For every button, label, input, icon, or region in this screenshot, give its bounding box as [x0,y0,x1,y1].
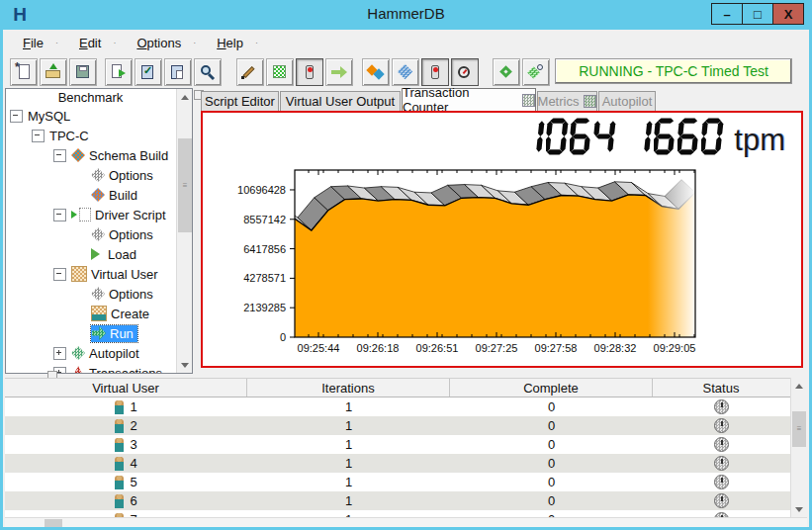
table-hscrollbar[interactable] [5,517,807,527]
complete-value: 0 [450,416,653,435]
maximize-button[interactable]: □ [742,4,772,24]
expand-plus-icon[interactable] [53,347,66,360]
hammerdb-window: H HammerDB – □ X File·Edit·Options·Help·… [0,0,812,530]
tree-item-options[interactable]: Options [6,224,175,244]
tree-item-autopilot[interactable]: Autopilot [6,343,175,363]
menu-item-edit[interactable]: Edit [73,34,107,52]
toolbar-clipboard-paste-button[interactable] [164,58,192,86]
menu-item-options[interactable]: Options [131,34,187,52]
toolbar-traffic-light-button[interactable] [421,58,449,86]
toolbar-diamond-clock-button[interactable] [522,58,550,86]
tree-scroll-up-icon[interactable] [177,89,193,105]
toolbar-new-file-button[interactable] [10,58,38,86]
toolbar-blue-diamond-button[interactable] [392,58,419,86]
autopilot-icon [71,346,85,360]
tree-item-tpc-c[interactable]: TPC-C [6,126,175,145]
toolbar-save-button[interactable] [69,58,97,86]
svg-text:0: 0 [280,331,286,343]
table-scroll-down-icon[interactable] [791,501,807,517]
table-row[interactable]: 4 1 0 [5,454,790,473]
virtual-user-id: 2 [130,418,136,433]
toolbar-grid-button[interactable] [266,58,294,86]
tab-label: Script Editor [205,94,275,109]
tree-item-load[interactable]: Load [6,244,175,264]
transactions-icon [71,366,85,373]
traffic-light-icon [301,63,318,81]
tree-item-driver-script[interactable]: Driver Script [6,205,175,224]
colored-arrows-icon [367,63,385,81]
status-running-icon [714,437,729,452]
iterations-value: 1 [247,398,450,416]
column-header-virtual-user: Virtual User [5,379,247,397]
tree-item-build[interactable]: Build [6,185,175,205]
tree-item-options[interactable]: Options [6,165,175,185]
toolbar-clipboard-check-button[interactable] [135,58,162,86]
table-row[interactable]: 2 1 0 [5,416,790,435]
virtual-user-icon [115,494,124,508]
options-icon [91,168,105,182]
collapse-minus-icon[interactable] [32,130,45,142]
table-scrollbar[interactable]: ≡ [790,378,808,517]
tree-item-label: Create [111,307,149,321]
tab-script-editor[interactable]: Script Editor [201,91,279,111]
title-bar[interactable]: H HammerDB – □ X [0,0,812,30]
collapse-minus-icon[interactable] [53,149,66,162]
tree-scroll-down-icon[interactable] [177,357,193,373]
counter-tab-icon [522,94,535,107]
status-running-icon [714,493,729,508]
tab-virtual-user-output[interactable]: Virtual User Output [280,91,401,111]
options-icon [91,287,105,301]
minimize-button[interactable]: – [712,4,742,24]
tree-item-label: Options [109,168,153,183]
table-row[interactable]: 6 1 0 [5,491,790,510]
tab-autopilot[interactable]: Autopilot [598,91,656,111]
table-scrollbar-thumb[interactable]: ≡ [792,411,806,447]
tree-item-transactions[interactable]: Transactions [6,363,175,373]
toolbar-script-arrow-button[interactable] [105,58,133,86]
table-hscrollbar-thumb[interactable] [45,519,62,527]
virtual-user-table: Virtual User Iterations Complete Status … [5,378,790,518]
column-header-status: Status [653,379,789,397]
table-scroll-up-icon[interactable] [791,378,807,394]
table-row[interactable]: 1 1 0 [5,398,790,416]
toolbar-pencil-button[interactable] [236,58,264,86]
new-file-icon [15,63,33,81]
virtual-user-icon [71,266,87,282]
tree-item-options[interactable]: Options [6,284,175,304]
tree-item-label: Virtual User [91,267,158,282]
toolbar-colored-arrows-button[interactable] [362,58,390,86]
toolbar-open-folder-button[interactable] [40,58,67,86]
running-status-button[interactable]: RUNNING - TPC-C Timed Test [555,58,792,84]
tree-item-label: Build [109,188,137,203]
tree-item-virtual-user[interactable]: Virtual User [6,264,175,284]
iterations-value: 1 [247,454,450,473]
table-row[interactable]: 5 1 0 [5,473,790,491]
tree-scrollbar-thumb[interactable]: ≡ [178,138,192,232]
toolbar-stopwatch-button[interactable] [451,58,479,86]
svg-text:09:26:51: 09:26:51 [416,342,459,354]
collapse-minus-icon[interactable] [53,268,66,281]
tree-item-run[interactable]: Run [6,323,175,343]
tree-item-create[interactable]: Create [6,304,175,323]
toolbar-green-arrow-button[interactable] [325,58,353,86]
collapse-minus-icon[interactable] [10,110,23,123]
column-header-complete: Complete [450,379,653,397]
toolbar-search-button[interactable] [194,58,222,86]
collapse-minus-icon[interactable] [53,209,66,221]
tree-item-schema-build[interactable]: Schema Build [6,145,175,165]
toolbar-traffic-light-button[interactable] [296,58,323,86]
tree-item-mysql[interactable]: MySQL [6,106,175,126]
close-button[interactable]: X [772,4,803,24]
table-row[interactable]: 3 1 0 [5,435,790,454]
menu-item-file[interactable]: File [17,34,49,52]
status-running-icon [714,399,729,414]
tab-transaction-counter[interactable]: Transaction Counter [402,88,536,111]
toolbar-recycle-button[interactable] [493,58,520,86]
svg-text:8557142: 8557142 [243,214,286,225]
clipboard-check-icon [139,63,157,81]
driver-script-icon [79,208,91,221]
svg-text:10696428: 10696428 [237,184,286,196]
menu-item-help[interactable]: Help [211,34,249,52]
tree-scrollbar[interactable]: ≡ [176,89,193,373]
tab-metrics[interactable]: Metrics [537,91,597,111]
